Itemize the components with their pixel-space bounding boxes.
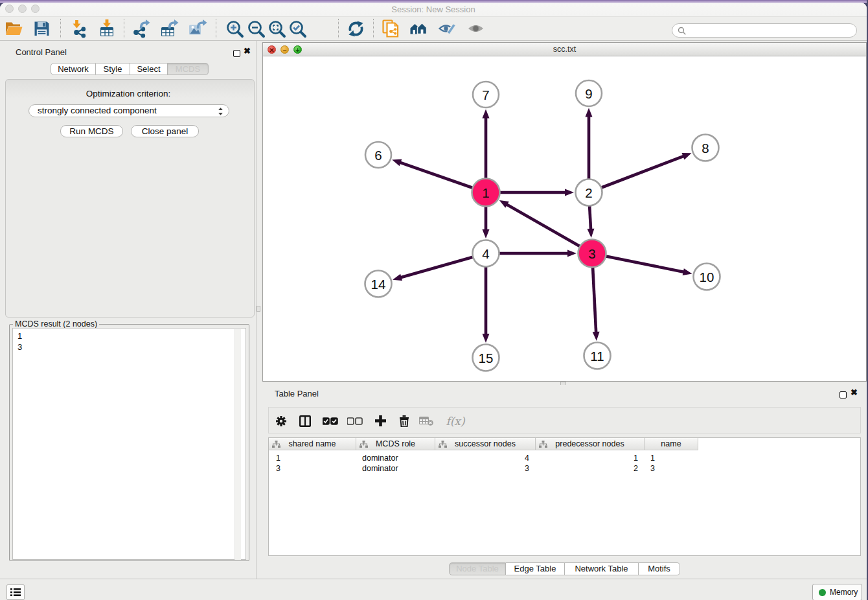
column-label: successor nodes — [455, 439, 516, 448]
reset-panels-icon[interactable] — [409, 19, 429, 39]
svg-text:7: 7 — [482, 87, 489, 102]
optimization-criterion-label: Optimization criterion: — [0, 89, 257, 98]
column-header-MCDS-role[interactable]: MCDS role — [356, 438, 435, 450]
criterion-select[interactable]: strongly connected component — [29, 104, 229, 117]
network-graph[interactable]: 1234678910111415 — [263, 56, 866, 381]
zoom-in-icon[interactable] — [225, 19, 245, 39]
svg-text:15: 15 — [479, 351, 494, 365]
column-header-successor-nodes[interactable]: successor nodes — [435, 438, 536, 450]
result-scrollbar[interactable] — [234, 329, 241, 560]
column-type-icon — [539, 441, 547, 448]
network-canvas[interactable]: 1234678910111415 — [263, 56, 866, 381]
apply-layout-icon[interactable] — [347, 19, 366, 39]
mcds-result-legend: MCDS result (2 nodes) — [13, 319, 99, 329]
network-view-window: ✕ – + scc.txt 1234678910111415 — [262, 42, 867, 382]
import-network-icon[interactable] — [71, 19, 90, 39]
show-panels-icon[interactable] — [467, 19, 486, 39]
tab-style[interactable]: Style — [96, 63, 130, 75]
table-row[interactable]: 3dominator323 — [269, 463, 860, 474]
zoom-out-icon[interactable] — [247, 19, 266, 39]
svg-text:1: 1 — [482, 185, 489, 200]
control-panel-float-icon[interactable] — [233, 50, 240, 57]
cell-name: 1 — [650, 453, 696, 463]
window-title: Session: New Session — [0, 5, 867, 14]
tab-network-table[interactable]: Network Table — [565, 562, 639, 575]
network-window-titlebar[interactable]: ✕ – + scc.txt — [263, 43, 866, 56]
run-mcds-button[interactable]: Run MCDS — [60, 125, 123, 137]
control-panel-tabs: NetworkStyleSelectMCDS — [51, 63, 209, 75]
column-header-shared-name[interactable]: shared name — [269, 438, 356, 450]
toolbar-separator — [338, 19, 339, 38]
column-label: predecessor nodes — [555, 439, 624, 448]
svg-text:9: 9 — [585, 86, 592, 101]
window-titlebar[interactable]: Session: New Session — [0, 3, 867, 17]
tab-motifs[interactable]: Motifs — [639, 562, 680, 575]
toolbar-separator — [373, 19, 374, 38]
tab-edge-table[interactable]: Edge Table — [506, 562, 565, 575]
criterion-value: strongly connected component — [38, 106, 157, 115]
toolbar-separator — [216, 19, 216, 38]
column-header-predecessor-nodes[interactable]: predecessor nodes — [536, 438, 645, 450]
svg-text:14: 14 — [371, 277, 386, 292]
search-input[interactable] — [672, 23, 857, 38]
save-session-icon[interactable] — [32, 19, 52, 39]
hide-panels-icon[interactable] — [439, 19, 458, 39]
show-columns-icon[interactable] — [298, 408, 312, 434]
table-panel-tabs: Node TableEdge TableNetwork TableMotifs — [449, 562, 680, 575]
control-panel-close-icon[interactable]: ✖ — [244, 46, 251, 56]
svg-text:11: 11 — [590, 349, 604, 363]
svg-text:10: 10 — [700, 270, 714, 284]
vertical-split-handle[interactable] — [257, 306, 260, 312]
zoom-selected-icon[interactable] — [288, 19, 308, 39]
tab-node-table[interactable]: Node Table — [449, 562, 506, 575]
network-window-title: scc.txt — [263, 45, 866, 54]
tab-network[interactable]: Network — [51, 63, 96, 75]
function-builder-icon[interactable]: f(x) — [442, 408, 468, 434]
memory-label: Memory — [830, 588, 858, 597]
table-row[interactable]: 1dominator411 — [269, 453, 860, 463]
svg-text:6: 6 — [374, 148, 382, 163]
node-table: shared name MCDS role successor nodes pr… — [268, 437, 861, 556]
status-bar: Memory — [0, 579, 867, 600]
svg-text:8: 8 — [702, 141, 709, 156]
select-all-icon[interactable] — [321, 408, 339, 434]
add-column-icon[interactable] — [374, 408, 387, 434]
close-panel-button[interactable]: Close panel — [131, 125, 199, 137]
cell-shared-name: 3 — [276, 463, 356, 474]
export-network-icon[interactable] — [132, 19, 152, 39]
column-label: name — [661, 439, 681, 448]
table-panel-close-icon[interactable]: ✖ — [851, 387, 858, 397]
export-image-icon[interactable] — [188, 19, 207, 39]
show-panels-list-button[interactable] — [6, 584, 25, 600]
zoom-fit-icon[interactable] — [268, 19, 287, 39]
fx-label: f(x) — [446, 415, 464, 428]
table-panel-float-icon[interactable] — [839, 391, 847, 398]
memory-button[interactable]: Memory — [812, 584, 862, 600]
main-window: Session: New Session — [0, 3, 867, 600]
control-panel: Control Panel ✖ NetworkStyleSelectMCDS O… — [0, 41, 257, 581]
cell-shared-name: 1 — [276, 453, 356, 463]
delete-column-icon[interactable] — [398, 408, 411, 434]
table-toolbar: f(x) — [268, 407, 861, 433]
cell-MCDS-role: dominator — [362, 453, 433, 463]
cell-successor-nodes: 3 — [435, 463, 529, 474]
node-table-header: shared name MCDS role successor nodes pr… — [269, 438, 698, 450]
column-header-name[interactable]: name — [645, 438, 698, 450]
tab-select[interactable]: Select — [130, 63, 168, 75]
column-type-icon — [439, 441, 447, 448]
network-from-clipboard-icon[interactable] — [382, 19, 401, 39]
table-panel-title: Table Panel — [275, 389, 319, 398]
delete-table-icon[interactable] — [418, 408, 435, 434]
open-session-icon[interactable] — [5, 19, 24, 39]
export-table-icon[interactable] — [160, 19, 179, 39]
tab-mcds[interactable]: MCDS — [168, 63, 209, 75]
import-table-icon[interactable] — [98, 19, 117, 39]
deselect-all-icon[interactable] — [346, 408, 364, 434]
result-line: 1 — [17, 331, 22, 341]
svg-text:4: 4 — [482, 246, 489, 261]
search-icon — [678, 27, 687, 36]
table-options-icon[interactable] — [274, 408, 288, 434]
cell-name: 3 — [650, 463, 696, 474]
mcds-result-list[interactable]: 13 — [12, 328, 246, 560]
cell-successor-nodes: 4 — [435, 453, 529, 463]
